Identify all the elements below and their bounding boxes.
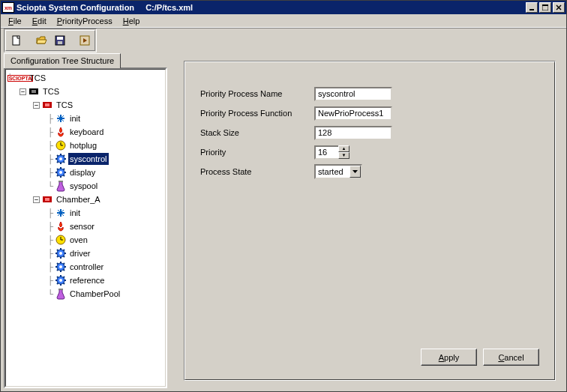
svg-line-68 (57, 263, 58, 265)
svg-point-73 (59, 279, 62, 282)
svg-marker-83 (352, 170, 358, 173)
svg-line-78 (57, 277, 58, 278)
svg-rect-2 (542, 4, 548, 6)
svg-point-33 (59, 171, 62, 174)
tree-submodule-tcs[interactable]: −TCS (6, 98, 165, 112)
menu-file[interactable]: File (4, 16, 26, 26)
content-area: Configuration Tree Structure └SCIOPTATCS… (4, 53, 563, 388)
expander-icon[interactable]: − (33, 102, 40, 109)
svg-line-80 (64, 277, 65, 278)
build-button[interactable] (76, 32, 93, 49)
select-value: started (316, 167, 350, 176)
svg-line-69 (64, 270, 65, 271)
tree-label: display (68, 166, 97, 178)
tree-item-display-icon (55, 166, 67, 178)
svg-line-71 (57, 270, 58, 271)
menubar: File Edit PriorityProcess Help (1, 14, 566, 28)
svg-rect-7 (57, 37, 63, 40)
tree-label: init (68, 207, 82, 219)
tree-item-syspool[interactable]: └syspool (6, 179, 165, 193)
label-stack-size: Stack Size (200, 128, 314, 137)
tree-item-controller-icon (55, 261, 67, 273)
priority-up-button[interactable]: ▲ (338, 145, 350, 152)
tree-item-chamberpool[interactable]: └ChamberPool (6, 287, 165, 301)
tree-item-chamberpool-icon (55, 288, 67, 300)
tree-label: syspool (68, 180, 99, 192)
priority-down-button[interactable]: ▼ (338, 152, 350, 159)
tab-config-tree[interactable]: Configuration Tree Structure (4, 53, 121, 68)
expander-icon[interactable]: − (33, 196, 40, 203)
tree-item-display[interactable]: ├display (6, 166, 165, 179)
tree-item-sensor-icon (55, 220, 67, 232)
minimize-button[interactable] (526, 2, 538, 13)
input-stack-size[interactable] (314, 126, 392, 140)
tree-item-sensor[interactable]: ├sensor (6, 220, 165, 233)
open-folder-icon (35, 34, 47, 46)
tree-label: hotplug (68, 139, 98, 151)
expander-icon[interactable]: − (20, 88, 26, 95)
close-button[interactable] (553, 2, 565, 13)
cancel-button[interactable]: Cancel (483, 349, 539, 366)
tree-item-oven-icon (55, 234, 67, 246)
svg-line-79 (64, 283, 65, 285)
input-priority[interactable] (314, 145, 338, 160)
svg-line-31 (57, 162, 58, 163)
tree-root[interactable]: └SCIOPTATCS (6, 71, 165, 85)
tree-root-icon: SCIOPTA (14, 72, 26, 84)
tree-module-tcs[interactable]: −TCS (6, 85, 165, 98)
tree-item-driver[interactable]: ├driver (6, 247, 165, 260)
tree-item-init[interactable]: ├init (6, 206, 165, 220)
tree-submodule-chamber-a[interactable]: −Chamber_A (6, 193, 165, 206)
label-priority: Priority (200, 148, 314, 157)
save-floppy-icon (54, 34, 66, 46)
spinner-priority[interactable]: ▲ ▼ (314, 145, 350, 160)
app-window: xm Sciopta System Configuration C:/P/tcs… (0, 0, 567, 392)
tree-item-init[interactable]: ├init (6, 112, 165, 125)
svg-line-38 (57, 169, 58, 170)
apply-button[interactable]: Apply (421, 349, 477, 366)
maximize-button[interactable] (539, 2, 551, 13)
tree-label: Chamber_A (55, 193, 102, 205)
tree-item-syscontrol[interactable]: ├syscontrol (6, 152, 165, 166)
dropdown-button[interactable] (350, 166, 361, 178)
tree-item-oven[interactable]: ├oven (6, 233, 165, 247)
input-process-function[interactable] (314, 106, 392, 121)
label-process-state: Process State (200, 167, 314, 176)
svg-line-39 (64, 175, 65, 177)
menu-priorityprocess[interactable]: PriorityProcess (52, 16, 117, 26)
tree-submodule-chamber-a-icon (41, 193, 53, 205)
svg-line-29 (64, 162, 65, 163)
select-process-state[interactable]: started (314, 164, 362, 179)
tree-item-keyboard[interactable]: ├keyboard (6, 125, 165, 139)
window-controls (526, 2, 565, 13)
tree-label: driver (68, 247, 92, 259)
save-button[interactable] (51, 32, 68, 49)
menu-edit[interactable]: Edit (28, 16, 51, 26)
new-button[interactable] (8, 32, 25, 49)
new-file-icon (10, 34, 22, 46)
app-icon: xm (2, 2, 14, 13)
svg-line-58 (57, 250, 58, 251)
tree-panel: Configuration Tree Structure └SCIOPTATCS… (4, 53, 167, 388)
label-process-function: Priority Process Function (200, 109, 314, 118)
menu-help[interactable]: Help (118, 16, 145, 26)
tree-label: TCS (55, 99, 74, 111)
tree-label: keyboard (68, 126, 105, 138)
input-process-name[interactable] (314, 87, 392, 101)
svg-rect-42 (58, 181, 63, 182)
svg-line-59 (64, 256, 65, 258)
properties-panel: Priority Process Name Priority Process F… (184, 61, 556, 381)
svg-point-23 (59, 157, 62, 160)
tree-label: oven (68, 234, 89, 246)
tree-view[interactable]: └SCIOPTATCS−TCS−TCS├init├keyboard├hotplu… (5, 69, 166, 387)
tree-item-reference[interactable]: ├reference (6, 274, 165, 287)
open-button[interactable] (32, 32, 50, 49)
tree-item-controller[interactable]: ├controller (6, 260, 165, 274)
svg-line-81 (57, 283, 58, 285)
tree-label: TCS (28, 72, 47, 84)
svg-line-60 (64, 250, 65, 251)
toolbar (1, 28, 566, 52)
svg-rect-8 (58, 41, 62, 44)
tree-label: sensor (68, 220, 96, 232)
tree-item-hotplug[interactable]: ├hotplug (6, 139, 165, 152)
